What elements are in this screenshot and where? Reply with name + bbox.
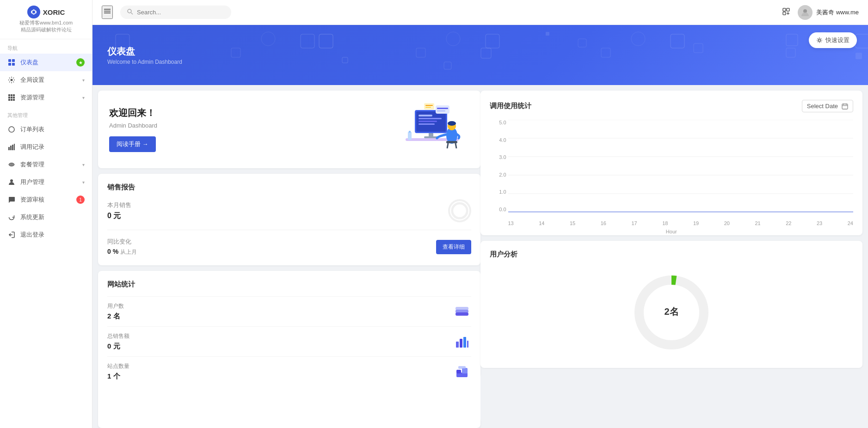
welcome-sub: Admin Dashboard [109, 122, 157, 129]
read-manual-button[interactable]: 阅读手册 → [109, 136, 156, 152]
chevron-down-icon-2: ▾ [82, 95, 85, 100]
bottom-right-placeholder [480, 373, 863, 422]
stat-sites-value: 1 个 [107, 372, 129, 381]
sidebar-toggle-button[interactable] [102, 6, 113, 19]
svg-rect-63 [446, 141, 457, 143]
sidebar-item-packages[interactable]: 套餐管理 ▾ [0, 156, 92, 173]
user-menu[interactable]: 美酱奇 www.me [798, 5, 859, 20]
svg-rect-9 [13, 94, 15, 96]
topbar: 美酱奇 www.me [92, 0, 868, 25]
welcome-illustration [395, 102, 469, 157]
date-picker-label: Select Date [807, 103, 838, 110]
main-wrapper: 美酱奇 www.me 仪表盘 Welcome to Admin Dashboar… [92, 0, 868, 428]
review-badge: 1 [76, 196, 85, 204]
logout-icon [7, 231, 16, 239]
user-icon [7, 178, 16, 186]
svg-rect-15 [13, 99, 15, 101]
sidebar-item-review[interactable]: 资源审核 1 [0, 191, 92, 208]
svg-rect-79 [458, 366, 466, 369]
welcome-text: 欢迎回来！ Admin Dashboard 阅读手册 → [109, 107, 157, 152]
content-area: 仪表盘 Welcome to Admin Dashboard [92, 25, 868, 428]
x-axis-title: Hour [666, 229, 677, 234]
sidebar-item-packages-label: 套餐管理 [20, 160, 44, 169]
chevron-down-icon: ▾ [82, 78, 85, 83]
sidebar-item-global-settings[interactable]: 全局设置 ▾ [0, 71, 92, 89]
sidebar-item-global-settings-label: 全局设置 [20, 76, 44, 84]
sidebar-item-call-logs-label: 调用记录 [20, 143, 44, 151]
svg-rect-2 [8, 59, 11, 62]
svg-rect-31 [783, 12, 786, 15]
svg-rect-17 [8, 147, 10, 150]
monthly-sales-row: 本月销售 0 元 [107, 199, 471, 222]
sidebar-item-resource-mgmt[interactable]: 资源管理 ▾ [0, 89, 92, 106]
user-name: 美酱奇 www.me [816, 8, 859, 17]
stat-item-sites: 站点数量 1 个 [107, 356, 471, 386]
svg-rect-71 [456, 307, 468, 310]
topbar-settings-icon[interactable] [782, 7, 790, 18]
svg-rect-48 [419, 118, 442, 119]
svg-line-28 [131, 13, 133, 15]
svg-rect-14 [11, 99, 12, 101]
svg-rect-75 [467, 341, 468, 348]
quick-setup-button[interactable]: 快速设置 [809, 32, 857, 48]
bar-icon [7, 143, 16, 151]
svg-rect-74 [463, 337, 466, 348]
api-usage-chart-panel: 调用使用统计 Select Date [480, 91, 863, 235]
chat-icon [7, 196, 16, 204]
sidebar-item-logout[interactable]: 退出登录 [0, 226, 92, 244]
svg-rect-29 [783, 8, 786, 11]
svg-rect-3 [12, 59, 15, 62]
svg-point-34 [803, 9, 807, 13]
sidebar-item-user-mgmt[interactable]: 用户管理 ▾ [0, 173, 92, 191]
svg-rect-41 [694, 43, 703, 53]
tool-icon [453, 362, 471, 381]
logo-site: 秘爱博客www.bm1.com [19, 19, 73, 26]
svg-line-65 [456, 143, 456, 148]
svg-point-44 [819, 39, 821, 42]
svg-rect-80 [842, 104, 848, 109]
welcome-title: 欢迎回来！ [109, 107, 157, 119]
sidebar-item-dashboard-label: 仪表盘 [20, 58, 38, 67]
date-picker[interactable]: Select Date [802, 100, 853, 112]
circle-icon [7, 125, 16, 134]
pill-icon [7, 160, 16, 169]
svg-rect-36 [481, 48, 491, 58]
svg-rect-52 [437, 108, 448, 109]
page-banner: 仪表盘 Welcome to Admin Dashboard [92, 25, 868, 85]
svg-rect-73 [460, 339, 462, 348]
grid-right: 调用使用统计 Select Date [480, 85, 868, 428]
user-analysis-title: 用户分析 [490, 250, 854, 259]
svg-rect-66 [408, 132, 412, 140]
svg-rect-30 [787, 8, 789, 11]
banner-decoration [92, 25, 868, 85]
quick-setup-label: 快速设置 [825, 36, 850, 44]
svg-rect-67 [409, 131, 411, 133]
svg-rect-57 [429, 133, 433, 137]
welcome-card: 欢迎回来！ Admin Dashboard 阅读手册 → [98, 91, 480, 168]
svg-rect-54 [424, 103, 434, 110]
change-value: 0 % 从上月 [107, 248, 137, 256]
stat-sales-value: 0 元 [107, 342, 129, 351]
sidebar-item-dashboard[interactable]: 仪表盘 ★ [0, 54, 92, 71]
svg-rect-43 [856, 53, 862, 59]
topbar-right: 美酱奇 www.me [782, 5, 859, 20]
svg-rect-37 [578, 39, 586, 47]
dashboard-grid: 欢迎回来！ Admin Dashboard 阅读手册 → [92, 85, 868, 428]
svg-rect-11 [11, 97, 12, 98]
search-input[interactable] [137, 9, 225, 16]
stat-item-sales: 总销售额 0 元 [107, 326, 471, 356]
sidebar-item-orders[interactable]: 订单列表 [0, 121, 92, 138]
chart-title: 调用使用统计 [490, 102, 531, 110]
breadcrumb: Welcome to Admin Dashboard [107, 59, 182, 65]
change-row: 同比变化 0 % 从上月 查看详细 [107, 238, 471, 256]
svg-rect-69 [456, 310, 468, 313]
svg-rect-35 [319, 34, 333, 48]
sidebar-item-updates[interactable]: 系统更新 [0, 208, 92, 226]
sidebar-item-orders-label: 订单列表 [20, 125, 44, 134]
chevron-down-icon-4: ▾ [82, 180, 85, 185]
stat-users-label: 用户数 [107, 302, 124, 310]
view-detail-button[interactable]: 查看详细 [436, 240, 471, 254]
sidebar-item-call-logs[interactable]: 调用记录 [0, 138, 92, 156]
monthly-sales-label: 本月销售 [107, 201, 131, 209]
monthly-sales-value: 0 元 [107, 211, 131, 221]
